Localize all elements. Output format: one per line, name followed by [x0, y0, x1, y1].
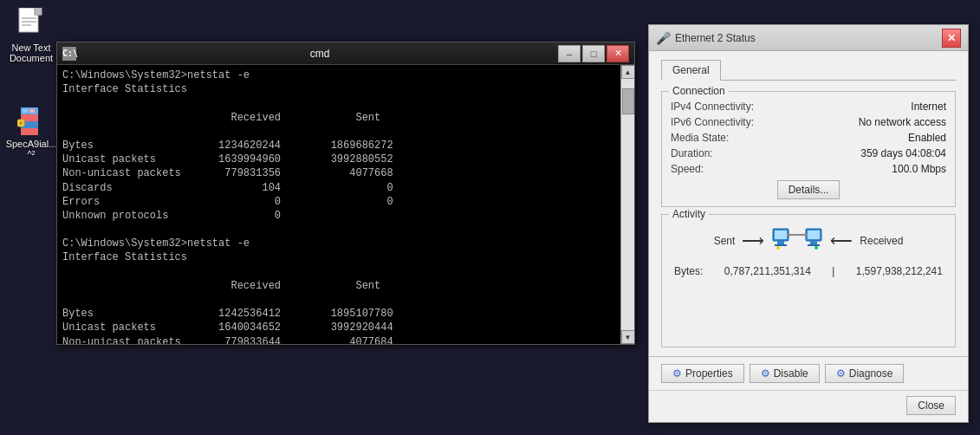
winrar-icon: [17, 107, 45, 139]
svg-rect-2: [35, 8, 42, 15]
eth-close-footer-button[interactable]: Close: [906, 396, 956, 415]
bottom-buttons: ⚙ Properties ⚙ Disable ⚙ Diagnose: [649, 356, 968, 390]
activity-section: Activity Sent ⟶: [661, 214, 956, 347]
microphone-icon: 🎤: [656, 31, 670, 45]
activity-label: Activity: [669, 208, 709, 220]
speed-label: Speed:: [671, 163, 704, 175]
svg-rect-11: [21, 128, 38, 135]
svg-point-27: [776, 246, 780, 250]
winrar-label: SpecA9ial...^²: [4, 139, 58, 159]
duration-label: Duration:: [671, 147, 713, 159]
svg-rect-12: [23, 109, 28, 113]
sent-received-row: Sent ⟶: [671, 222, 946, 260]
eth-titlebar: 🎤 Ethernet 2 Status ✕: [649, 25, 968, 51]
received-label: Received: [860, 235, 903, 247]
ipv6-label: IPv6 Connectivity:: [671, 116, 754, 128]
details-button-row: Details...: [671, 180, 946, 199]
svg-rect-21: [808, 230, 820, 239]
eth-close-button[interactable]: ✕: [942, 29, 961, 48]
disable-button[interactable]: ⚙ Disable: [750, 364, 820, 383]
cmd-window: C:\ cmd – □ ✕ C:\Windows\System32>netsta…: [56, 42, 635, 345]
text-doc-icon: [17, 8, 45, 42]
media-state-label: Media State:: [671, 132, 729, 144]
svg-rect-19: [775, 244, 787, 246]
svg-rect-18: [777, 241, 784, 244]
cmd-scroll-up[interactable]: ▲: [621, 65, 635, 79]
bytes-label: Bytes:: [674, 265, 703, 277]
svg-point-25: [787, 233, 790, 237]
ipv4-value: Internet: [911, 101, 946, 113]
duration-row: Duration: 359 days 04:08:04: [671, 146, 946, 161]
bytes-separator: |: [832, 265, 834, 277]
eth-body: General Connection IPv4 Connectivity: In…: [649, 51, 968, 356]
properties-button[interactable]: ⚙ Properties: [661, 364, 744, 383]
svg-rect-22: [810, 241, 817, 244]
network-computers-icon: [771, 222, 823, 260]
svg-rect-17: [775, 230, 787, 239]
details-button[interactable]: Details...: [777, 180, 840, 199]
tab-general[interactable]: General: [661, 60, 721, 81]
ipv6-row: IPv6 Connectivity: No network access: [671, 114, 946, 130]
eth-footer: Close: [649, 390, 968, 422]
cmd-scroll-thumb[interactable]: [622, 88, 634, 114]
svg-point-26: [804, 233, 808, 237]
duration-value: 359 days 04:08:04: [860, 147, 946, 159]
received-arrow: ⟵: [830, 231, 853, 250]
svg-rect-13: [29, 109, 35, 113]
svg-rect-23: [808, 244, 820, 246]
sent-label: Sent: [714, 235, 736, 247]
eth-title: Ethernet 2 Status: [675, 32, 942, 44]
cmd-content: C:\Windows\System32>netstat -e Interface…: [57, 65, 634, 344]
cmd-body: C:\Windows\System32>netstat -e Interface…: [57, 65, 634, 344]
cmd-scroll-down[interactable]: ▼: [621, 330, 635, 344]
cmd-scroll-track[interactable]: [621, 79, 635, 330]
desktop-icon-new-text[interactable]: New Text Document: [1, 4, 62, 67]
sent-arrow: ⟶: [742, 231, 764, 250]
media-state-value: Enabled: [908, 132, 946, 144]
ipv4-label: IPv4 Connectivity:: [671, 101, 754, 113]
speed-value: 100.0 Mbps: [892, 163, 946, 175]
diagnose-button[interactable]: ⚙ Diagnose: [825, 364, 905, 383]
bytes-sent-value: 0,787,211,351,314: [724, 265, 811, 277]
connection-label: Connection: [669, 85, 729, 97]
media-state-row: Media State: Enabled: [671, 130, 946, 146]
text-doc-label: New Text Document: [4, 42, 58, 63]
cmd-title: cmd: [81, 48, 558, 60]
ipv4-row: IPv4 Connectivity: Internet: [671, 99, 946, 114]
ethernet-window: 🎤 Ethernet 2 Status ✕ General Connection…: [648, 24, 969, 423]
cmd-scrollbar: ▲ ▼: [620, 65, 634, 344]
ipv6-value: No network access: [859, 116, 946, 128]
bytes-received-value: 1,597,938,212,241: [856, 265, 943, 277]
speed-row: Speed: 100.0 Mbps: [671, 161, 946, 177]
cmd-maximize-button[interactable]: □: [582, 45, 605, 62]
tab-bar: General: [661, 60, 956, 81]
cmd-minimize-button[interactable]: –: [558, 45, 581, 62]
bytes-row: Bytes: 0,787,211,351,314 | 1,597,938,212…: [671, 265, 946, 277]
cmd-titlebar: C:\ cmd – □ ✕: [57, 42, 634, 65]
cmd-icon: C:\: [62, 47, 76, 61]
activity-inner: Sent ⟶: [671, 222, 946, 277]
disable-icon: ⚙: [761, 367, 770, 380]
cmd-close-button[interactable]: ✕: [607, 45, 629, 62]
cmd-controls: – □ ✕: [558, 45, 629, 62]
svg-point-28: [815, 246, 818, 250]
svg-point-15: [19, 121, 23, 125]
connection-section: Connection IPv4 Connectivity: Internet I…: [661, 91, 956, 207]
properties-icon: ⚙: [672, 367, 682, 380]
desktop-icon-winrar[interactable]: SpecA9ial...^²: [1, 104, 62, 163]
diagnose-icon: ⚙: [836, 367, 846, 380]
